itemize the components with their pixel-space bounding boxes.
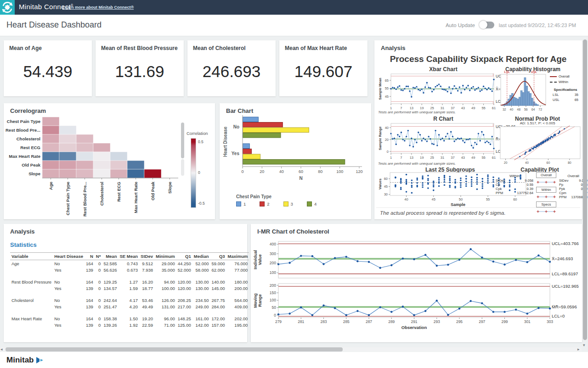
svg-text:49: 49 bbox=[471, 156, 475, 160]
kpi-label: Mean of Rest Blood Pressure bbox=[101, 45, 178, 51]
svg-text:30: 30 bbox=[384, 192, 388, 196]
kpi-card-mean-rest-bp: Mean of Rest Blood Pressure 131.69 bbox=[96, 40, 184, 96]
six-sigma-note: The actual process spread is represented… bbox=[380, 210, 506, 216]
svg-text:7: 7 bbox=[400, 106, 402, 110]
histogram-legend: Overall Within Specifications LSL35 USL6… bbox=[550, 74, 581, 102]
svg-text:Moving: Moving bbox=[253, 293, 258, 308]
svg-text:Chest Pain Type: Chest Pain Type bbox=[7, 119, 40, 124]
svg-text:UCL=192.965: UCL=192.965 bbox=[552, 284, 579, 289]
scroll-left-arrow-icon[interactable]: ◂ bbox=[0, 347, 3, 351]
svg-text:31: 31 bbox=[441, 106, 444, 110]
correlogram-scrollbar-thumb[interactable] bbox=[181, 123, 184, 158]
svg-text:45: 45 bbox=[432, 197, 435, 201]
svg-text:55: 55 bbox=[481, 156, 485, 160]
svg-text:100: 100 bbox=[270, 270, 276, 275]
table-row: CholesterolNo1640242.644.1753.46126.0020… bbox=[10, 297, 249, 303]
toggle-knob[interactable] bbox=[479, 21, 487, 29]
spec-usl-row: USL65 bbox=[550, 98, 581, 102]
bar-legend-item: 4 bbox=[307, 201, 317, 206]
table-row: Yes1390139.261.9222.5971.00125.00142.001… bbox=[10, 322, 249, 328]
capability-boxes: OverallWithinSpecs bbox=[536, 172, 556, 216]
svg-text:301: 301 bbox=[524, 319, 531, 324]
svg-text:56: 56 bbox=[524, 108, 528, 111]
app-root: Minitab Connect® Learn more about Minita… bbox=[0, 0, 588, 368]
svg-text:20: 20 bbox=[385, 138, 389, 142]
vertical-scrollbar[interactable] bbox=[583, 39, 587, 343]
svg-text:279: 279 bbox=[275, 319, 282, 324]
specifications-title: Specifications bbox=[550, 88, 581, 92]
table-row: Max Heart RateNo1640158.381.5019.2096.00… bbox=[10, 315, 249, 322]
svg-text:287: 287 bbox=[366, 319, 372, 324]
legend-overall-label: Overall bbox=[559, 74, 570, 78]
svg-text:80: 80 bbox=[318, 169, 322, 174]
svg-text:Yes: Yes bbox=[232, 151, 240, 156]
capability-plot: WithinStDev9.058Cp0.55Cpk0.39PPM137752.6… bbox=[496, 172, 581, 207]
statistics-panel: Analysis Statistics VariableHeart Diseas… bbox=[4, 224, 247, 342]
svg-text:200: 200 bbox=[270, 261, 276, 265]
svg-text:M̄R̄=59.0596: M̄R̄=59.0596 bbox=[552, 304, 577, 309]
svg-text:Rest Blood Pre...: Rest Blood Pre... bbox=[82, 182, 87, 217]
capability-histogram: LSLUSL324048566472 bbox=[499, 70, 549, 116]
scroll-right-arrow-icon[interactable]: ▸ bbox=[577, 347, 580, 351]
correlogram-scrollbar-track[interactable] bbox=[181, 159, 184, 176]
svg-text:Rest ECG: Rest ECG bbox=[20, 145, 40, 150]
svg-text:Rest Blood Pre...: Rest Blood Pre... bbox=[6, 128, 40, 133]
kpi-value: 149.607 bbox=[279, 62, 368, 81]
svg-text:45: 45 bbox=[384, 184, 388, 189]
table-row: Yes1390251.474.2049.49131.00217.00249.00… bbox=[10, 303, 249, 310]
scroll-down-arrow-icon[interactable]: ▾ bbox=[583, 343, 585, 347]
svg-text:1: 1 bbox=[390, 156, 392, 160]
svg-text:285: 285 bbox=[343, 319, 350, 324]
table-row: Yes139056.6260.6737.93835.00052.00058.00… bbox=[10, 267, 249, 273]
svg-text:Heart Disease: Heart Disease bbox=[223, 126, 228, 157]
svg-text:LCL=89.6197: LCL=89.6197 bbox=[552, 271, 578, 276]
vertical-scrollbar-thumb[interactable] bbox=[583, 39, 587, 340]
r-chart-footnote: Tests are performed with unequal sample … bbox=[378, 162, 456, 166]
svg-text:20: 20 bbox=[504, 161, 508, 164]
last-updated-text: last updated 9/20/22, 12:45:23 PM bbox=[499, 22, 576, 28]
svg-text:Individual: Individual bbox=[253, 250, 258, 269]
horizontal-scrollbar[interactable] bbox=[0, 347, 582, 351]
svg-text:N: N bbox=[299, 176, 302, 181]
auto-update-toggle[interactable] bbox=[480, 22, 494, 28]
footer-brand-text: Minitab bbox=[6, 356, 34, 365]
svg-text:Sample: Sample bbox=[451, 202, 465, 207]
svg-text:303: 303 bbox=[547, 319, 553, 324]
colorbar-tick: -0.5 bbox=[198, 201, 205, 206]
kpi-card-mean-age: Mean of Age 54.439 bbox=[4, 40, 92, 96]
svg-text:48: 48 bbox=[517, 108, 520, 111]
svg-text:0: 0 bbox=[387, 150, 389, 154]
svg-text:291: 291 bbox=[411, 319, 417, 324]
svg-text:No: No bbox=[233, 124, 239, 129]
horizontal-scrollbar-thumb[interactable] bbox=[6, 347, 343, 351]
svg-text:50: 50 bbox=[272, 305, 277, 310]
learn-more-link[interactable]: Learn more about Minitab Connect® bbox=[62, 5, 134, 10]
table-row: Rest Blood PressureNo1640129.251.2716.20… bbox=[10, 279, 249, 285]
colorbar-tick: 0 bbox=[198, 170, 200, 175]
svg-text:60: 60 bbox=[384, 177, 388, 181]
svg-text:25: 25 bbox=[430, 156, 434, 160]
kpi-card-mean-cholesterol: Mean of Cholesterol 246.693 bbox=[187, 40, 276, 96]
svg-text:72: 72 bbox=[538, 108, 542, 111]
svg-text:61: 61 bbox=[492, 106, 496, 110]
moving-range-chart: 0501001502002792812832852872892912932952… bbox=[253, 282, 580, 338]
svg-text:150: 150 bbox=[270, 290, 276, 295]
svg-text:43: 43 bbox=[461, 156, 465, 160]
svg-text:0: 0 bbox=[274, 313, 276, 318]
svg-text:Max Heart Rate: Max Heart Rate bbox=[133, 182, 138, 213]
svg-text:283: 283 bbox=[320, 319, 327, 324]
svg-text:80: 80 bbox=[568, 161, 571, 164]
stats-panel-title: Analysis bbox=[10, 228, 34, 235]
svg-text:UCL=403.766: UCL=403.766 bbox=[552, 241, 579, 246]
svg-text:32: 32 bbox=[503, 108, 506, 111]
svg-text:Old Peak: Old Peak bbox=[150, 181, 155, 200]
svg-text:LSL: LSL bbox=[504, 70, 510, 73]
svg-text:60: 60 bbox=[547, 161, 550, 164]
statistics-heading[interactable]: Statistics bbox=[10, 241, 37, 248]
svg-text:LCL=0: LCL=0 bbox=[552, 313, 565, 318]
svg-text:65: 65 bbox=[385, 78, 389, 83]
svg-text:61: 61 bbox=[492, 156, 496, 160]
kpi-label: Mean of Age bbox=[9, 45, 42, 51]
bar-chart-panel: Bar Chart NoYes020406080100120NHeart Dis… bbox=[220, 103, 371, 219]
svg-text:19: 19 bbox=[420, 106, 424, 110]
